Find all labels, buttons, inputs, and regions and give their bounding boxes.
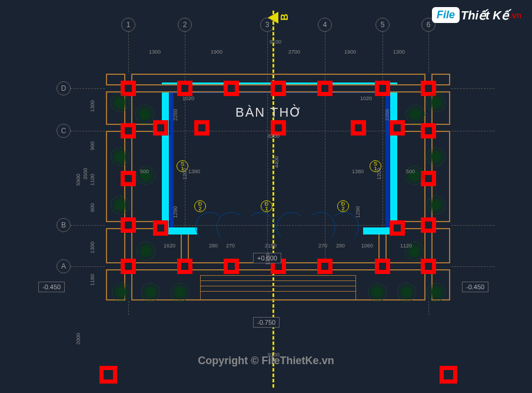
- dim: 1300: [89, 100, 95, 112]
- grid-bubble-4: 4: [318, 18, 332, 32]
- dim: 2150: [265, 243, 277, 249]
- dim: 900: [89, 141, 95, 150]
- col-d2b: [224, 81, 239, 96]
- wall-right: [390, 82, 397, 235]
- col-c6: [421, 123, 436, 138]
- dim: 2250: [172, 109, 178, 121]
- dim: 1120: [400, 243, 412, 249]
- col-c1b: [153, 120, 168, 136]
- col-c2: [194, 120, 210, 136]
- dim: 8200: [268, 133, 280, 139]
- dim: 270: [318, 243, 327, 249]
- room-label: BÀN THỜ: [235, 105, 302, 120]
- dim: 2700: [288, 49, 300, 55]
- dim: 1020: [182, 95, 194, 101]
- dim: 1300: [149, 49, 161, 55]
- col-b1b: [153, 220, 168, 236]
- col-d5: [375, 81, 390, 96]
- col-a6: [421, 259, 436, 274]
- col-b5b: [390, 220, 405, 236]
- dim: 9100: [270, 39, 281, 45]
- electrical-d1: Đ 1: [261, 200, 272, 212]
- dim: 1380: [265, 253, 271, 265]
- col-d2: [177, 81, 192, 96]
- grid-bubble-1: 1: [121, 18, 135, 32]
- section-label-b: B: [280, 14, 290, 21]
- tree-icon: [135, 105, 154, 124]
- electrical-d2-l: Đ 2: [194, 200, 206, 212]
- dim: 1020: [360, 95, 372, 101]
- dim: 1200: [376, 168, 382, 180]
- watermark-logo: File Thiết Kế .vn: [432, 7, 521, 23]
- dim: 900: [89, 203, 95, 212]
- tree-icon: [112, 283, 131, 302]
- grid-bubble-5: 5: [375, 18, 390, 32]
- electrical-d2-r: Đ 2: [337, 200, 349, 212]
- col-c5: [351, 120, 366, 136]
- tree-icon: [397, 283, 416, 302]
- cad-canvas[interactable]: 1 2 3 4 5 6 D C B A B: [0, 0, 532, 393]
- steps: [200, 275, 356, 300]
- dim: 1060: [361, 243, 373, 249]
- tree-icon: [137, 242, 155, 260]
- dim: 3500: [82, 168, 88, 180]
- col-b1: [121, 217, 136, 233]
- copyright-watermark: Copyright © FileThietKe.vn: [198, 355, 334, 367]
- col-d4: [317, 81, 332, 96]
- dim: 1290: [172, 206, 178, 218]
- dim: 500: [140, 169, 149, 174]
- tree-icon: [368, 283, 387, 302]
- dim: 280: [209, 243, 218, 249]
- level-minus450-l: -0.450: [38, 282, 65, 292]
- dim: 1180: [89, 274, 95, 286]
- tree-icon: [171, 283, 189, 302]
- col-foot-r: [440, 366, 457, 384]
- tree-icon: [427, 93, 445, 112]
- col-a1: [121, 259, 136, 274]
- col-a4: [317, 259, 332, 274]
- dim: 270: [226, 243, 235, 249]
- grid-bubble-b: B: [56, 218, 71, 232]
- col-c5b: [390, 120, 405, 136]
- dim: 280: [336, 243, 345, 249]
- dim: 1900: [211, 49, 222, 55]
- section-marker-b: [268, 12, 278, 24]
- tree-icon: [427, 283, 445, 302]
- dim: 2250: [384, 109, 390, 121]
- col-c1: [121, 123, 136, 138]
- dim: 1200: [182, 168, 188, 180]
- col-a2b: [224, 259, 239, 274]
- dim: 1300: [89, 242, 95, 253]
- level-minus750: -0.750: [253, 317, 280, 328]
- wall-left: [162, 82, 169, 235]
- dim: 1380: [188, 169, 200, 174]
- col-b6: [421, 217, 436, 233]
- col-a2: [177, 259, 192, 274]
- grid-bubble-a: A: [56, 259, 71, 273]
- logo-suffix: .vn: [510, 11, 521, 20]
- dim: 1300: [393, 49, 405, 55]
- tree-icon: [427, 147, 445, 166]
- col-foot-l: [99, 366, 117, 384]
- grid-bubble-c: C: [56, 124, 71, 138]
- logo-text: Thiết Kế: [461, 8, 508, 22]
- level-minus450-r: -0.450: [462, 282, 488, 292]
- dim: 5900: [75, 174, 81, 186]
- dim: 2000: [75, 333, 81, 345]
- grid-bubble-d: D: [56, 81, 71, 95]
- dim: 1380: [352, 169, 364, 174]
- dim: 1290: [355, 206, 361, 218]
- logo-box: File: [432, 7, 460, 23]
- col-m1: [121, 171, 136, 186]
- dim: 500: [406, 169, 415, 174]
- tree-icon: [427, 196, 445, 214]
- grid-bubble-2: 2: [178, 18, 192, 32]
- tree-icon: [111, 147, 129, 166]
- col-d3: [271, 81, 286, 96]
- tree-icon: [406, 105, 425, 124]
- dim: 1100: [89, 174, 95, 186]
- dim: 1900: [344, 49, 356, 55]
- dim: 4400: [274, 156, 280, 168]
- tree-icon: [111, 196, 129, 214]
- dim: 1620: [164, 243, 175, 249]
